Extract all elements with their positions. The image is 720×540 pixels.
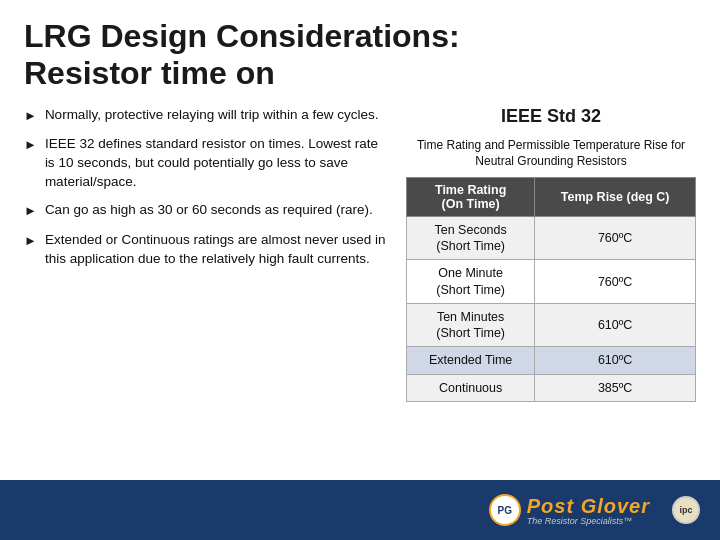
- post-glover-logo: PG Post Glover The Resistor Specialists™: [489, 494, 650, 526]
- bullet-arrow-icon: ►: [24, 107, 37, 125]
- left-column: ► Normally, protective relaying will tri…: [24, 106, 386, 480]
- temp-cell-continuous: 385ºC: [535, 374, 696, 401]
- time-cell-extended: Extended Time: [407, 347, 535, 374]
- list-item: ► Can go as high as 30 or 60 seconds as …: [24, 201, 386, 220]
- table-header-row: Time Rating(On Time) Temp Rise (deg C): [407, 177, 696, 216]
- bullet-text: Extended or Continuous ratings are almos…: [45, 231, 386, 269]
- table-row: Ten Seconds(Short Time) 760ºC: [407, 216, 696, 260]
- ieee-title: IEEE Std 32: [501, 106, 601, 127]
- company-name: Post Glover: [527, 495, 650, 518]
- logo-text: Post Glover The Resistor Specialists™: [527, 495, 650, 526]
- col-header-temp: Temp Rise (deg C): [535, 177, 696, 216]
- page: LRG Design Considerations: Resistor time…: [0, 0, 720, 540]
- time-cell-continuous: Continuous: [407, 374, 535, 401]
- bullet-text: Can go as high as 30 or 60 seconds as re…: [45, 201, 373, 220]
- ieee-table: Time Rating(On Time) Temp Rise (deg C) T…: [406, 177, 696, 402]
- table-subtitle: Time Rating and Permissible Temperature …: [406, 137, 696, 169]
- bullet-text: IEEE 32 defines standard resistor on tim…: [45, 135, 386, 192]
- bullet-arrow-icon: ►: [24, 136, 37, 154]
- list-item: ► Extended or Continuous ratings are alm…: [24, 231, 386, 269]
- temp-cell: 610ºC: [535, 303, 696, 347]
- table-row: One Minute(Short Time) 760ºC: [407, 260, 696, 304]
- temp-cell: 760ºC: [535, 216, 696, 260]
- list-item: ► Normally, protective relaying will tri…: [24, 106, 386, 125]
- ipc-badge-icon: ipc: [672, 496, 700, 524]
- table-row: Ten Minutes(Short Time) 610ºC: [407, 303, 696, 347]
- temp-cell: 760ºC: [535, 260, 696, 304]
- bullet-list: ► Normally, protective relaying will tri…: [24, 106, 386, 279]
- page-title: LRG Design Considerations: Resistor time…: [24, 18, 696, 92]
- bottom-bar: PG Post Glover The Resistor Specialists™…: [0, 480, 720, 540]
- temp-cell-extended: 610ºC: [535, 347, 696, 374]
- company-tagline: The Resistor Specialists™: [527, 516, 633, 526]
- right-column: IEEE Std 32 Time Rating and Permissible …: [406, 106, 696, 480]
- time-cell: One Minute(Short Time): [407, 260, 535, 304]
- bullet-text: Normally, protective relaying will trip …: [45, 106, 379, 125]
- list-item: ► IEEE 32 defines standard resistor on t…: [24, 135, 386, 192]
- bullet-arrow-icon: ►: [24, 202, 37, 220]
- table-row: Continuous 385ºC: [407, 374, 696, 401]
- bullet-arrow-icon: ►: [24, 232, 37, 250]
- time-cell: Ten Seconds(Short Time): [407, 216, 535, 260]
- col-header-time: Time Rating(On Time): [407, 177, 535, 216]
- pg-circle-icon: PG: [489, 494, 521, 526]
- table-row-extended-time: Extended Time 610ºC: [407, 347, 696, 374]
- content-row: ► Normally, protective relaying will tri…: [24, 106, 696, 480]
- time-cell: Ten Minutes(Short Time): [407, 303, 535, 347]
